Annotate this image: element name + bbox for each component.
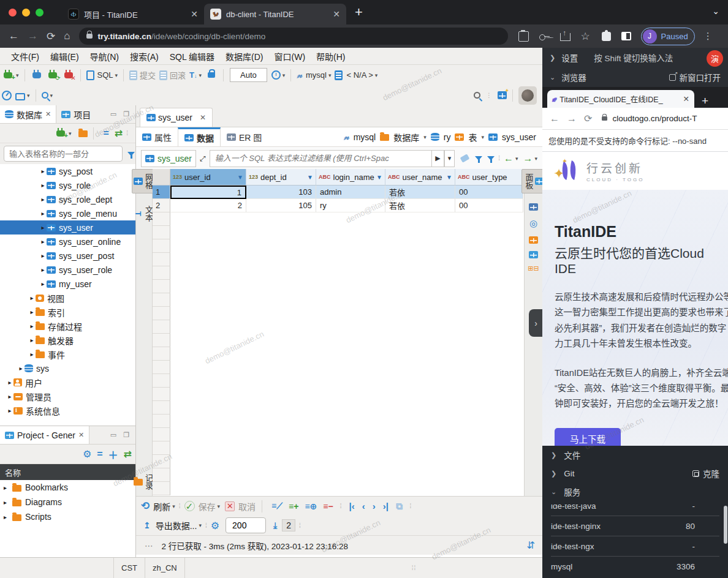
- new-sql-editor-button[interactable]: SQL▾: [86, 70, 118, 80]
- expand-arrow-icon[interactable]: ▸: [6, 379, 13, 386]
- search-tool-icon[interactable]: ▾: [42, 92, 53, 99]
- schema-list-icon[interactable]: [335, 70, 343, 80]
- close-window-button[interactable]: [9, 9, 17, 17]
- menu-item[interactable]: 文件(F): [11, 50, 39, 62]
- service-row-ide-test-java[interactable]: ide-test-java-: [551, 505, 719, 516]
- cell-login_name[interactable]: ry: [316, 199, 385, 212]
- profile-paused-badge[interactable]: J Paused: [641, 28, 695, 45]
- expand-arrow-icon[interactable]: ▸: [39, 182, 47, 189]
- add-row-icon[interactable]: ≡+: [289, 501, 298, 511]
- expand-arrow-icon[interactable]: ▸: [39, 196, 47, 203]
- files-section[interactable]: ❯ 文件: [542, 446, 728, 464]
- open-new-window-button[interactable]: 新窗口打开: [669, 71, 721, 83]
- reconnect-button[interactable]: ⟳: [47, 72, 59, 78]
- aggregate-icon[interactable]: ⊞⊟: [528, 265, 539, 272]
- next-row-icon[interactable]: ›: [373, 501, 376, 511]
- project-item-Bookmarks[interactable]: ▸Bookmarks: [0, 480, 135, 495]
- table-row[interactable]: 22105ry若依00: [153, 199, 524, 212]
- cell-user_id[interactable]: 1: [170, 186, 246, 199]
- tree-item-sys_user_post[interactable]: ▸sys_user_post: [0, 249, 135, 263]
- more-options-icon[interactable]: ⁞: [126, 130, 128, 137]
- tab-data[interactable]: 数据: [178, 127, 221, 146]
- settings-gear-icon[interactable]: ⚙: [211, 520, 219, 531]
- expand-arrow-icon[interactable]: ▸: [28, 323, 36, 329]
- breadcrumb-table-label[interactable]: 表: [468, 131, 477, 143]
- column-header-user_id[interactable]: 123user_id▼: [170, 169, 246, 186]
- sync-icon[interactable]: ⇄: [124, 448, 132, 460]
- browser-section[interactable]: ⌄ 浏览器 新窗口打开: [542, 67, 728, 87]
- column-header-user_name[interactable]: ABCuser_name▼: [385, 169, 455, 186]
- cell-dept_id[interactable]: 103: [246, 186, 316, 199]
- tree-item-管理员[interactable]: ▸管理员: [0, 389, 135, 403]
- expand-arrow-icon[interactable]: ▸: [39, 168, 47, 175]
- expand-arrow-icon[interactable]: ▸: [4, 514, 12, 520]
- refresh-icon[interactable]: ⟲: [141, 500, 150, 512]
- expand-arrow-icon[interactable]: ▸: [28, 351, 36, 358]
- commit-mode-select[interactable]: Auto: [230, 68, 267, 82]
- filter-history-icon[interactable]: ▾: [444, 150, 455, 167]
- table-filter-input[interactable]: [4, 146, 123, 162]
- new-tab-button[interactable]: +: [702, 94, 708, 108]
- save-button[interactable]: 保存: [199, 500, 216, 512]
- calc-panel-icon[interactable]: [529, 236, 538, 244]
- layout-icon[interactable]: [529, 251, 538, 258]
- commit-button[interactable]: 提交: [129, 69, 156, 81]
- service-row-mysql[interactable]: mysql3306: [551, 557, 719, 577]
- menu-item[interactable]: 导航(N): [90, 50, 119, 62]
- tab-project[interactable]: 项目: [56, 105, 99, 123]
- export-icon[interactable]: ↥: [143, 520, 151, 530]
- expand-arrow-icon[interactable]: ▸: [28, 337, 36, 343]
- settings-section[interactable]: ❯ 设置 按 Shift 键切换输入法: [542, 48, 728, 67]
- expand-filter-icon[interactable]: ⤢: [200, 154, 206, 163]
- duplicate-row-icon[interactable]: ≡⊕: [305, 501, 317, 511]
- tree-item-sys_user[interactable]: ▸sys_user: [0, 220, 135, 235]
- side-panel-icon[interactable]: [621, 32, 631, 40]
- cell-dept_id[interactable]: 105: [246, 199, 316, 212]
- service-row-ide-test-nginx[interactable]: ide-test-nginx80: [551, 516, 719, 536]
- scrollbar-thumb[interactable]: [724, 506, 727, 544]
- cell-user_id[interactable]: 2: [170, 199, 246, 212]
- menu-item[interactable]: 搜索(A): [130, 50, 159, 62]
- sort-filter-icon[interactable]: ▼: [376, 174, 382, 181]
- bookmark-star-icon[interactable]: [581, 31, 591, 42]
- breadcrumb-db-label[interactable]: 数据库: [393, 131, 419, 143]
- connection-select[interactable]: mysql▾: [306, 70, 331, 80]
- cell-login_name[interactable]: admin: [316, 186, 385, 199]
- git-clone-button[interactable]: 克隆: [692, 467, 719, 479]
- cell-user_name[interactable]: 若依: [385, 199, 455, 212]
- data-grid[interactable]: 123user_id▼123dept_id▼ABClogin_name▼ABCu…: [153, 169, 524, 496]
- clipboard-icon[interactable]: [518, 31, 529, 42]
- tree-item-系统信息[interactable]: ▸系统信息: [0, 403, 135, 418]
- connect-button[interactable]: [31, 72, 43, 78]
- new-connection-button[interactable]: +▾: [2, 72, 19, 78]
- tab-project-general[interactable]: Project - Gener ✕: [0, 426, 89, 444]
- project-item-Scripts[interactable]: ▸Scripts: [0, 509, 135, 524]
- panel-collapse-handle[interactable]: ›: [529, 309, 543, 337]
- sync-icon[interactable]: ⇄: [115, 127, 123, 139]
- tree-item-索引[interactable]: ▸索引: [0, 305, 135, 319]
- apply-filter-icon[interactable]: ▶: [431, 150, 444, 167]
- back-result-icon[interactable]: ←: [504, 153, 514, 164]
- tree-item-my_user[interactable]: ▸my_user: [0, 277, 135, 291]
- minimize-window-button[interactable]: [22, 9, 30, 17]
- filter-icon[interactable]: [487, 156, 495, 160]
- tree-item-视图[interactable]: ▸视图: [0, 291, 135, 305]
- close-icon[interactable]: ✕: [200, 113, 206, 122]
- expand-all-icon[interactable]: ＋: [108, 447, 118, 462]
- result-table-chip[interactable]: sys_user: [141, 150, 196, 167]
- tab-er-diagram[interactable]: ER 图: [221, 127, 268, 146]
- cell-user_type[interactable]: 00: [455, 199, 523, 212]
- first-row-icon[interactable]: |‹: [349, 501, 354, 511]
- dashboard-gauge-icon[interactable]: [2, 91, 12, 100]
- column-header-login_name[interactable]: ABClogin_name▼: [316, 169, 385, 186]
- browser-tab-project[interactable]: ‹t› 项目 - TitanIDE ✕: [62, 4, 204, 24]
- tree-item-sys_role[interactable]: ▸sys_role: [0, 178, 135, 192]
- lock-icon[interactable]: [205, 72, 218, 78]
- row-number[interactable]: 2: [153, 199, 170, 212]
- expand-arrow-icon[interactable]: ▸: [28, 295, 36, 301]
- more-icon[interactable]: ⋯: [145, 541, 153, 550]
- service-row-ide-test-ngx[interactable]: ide-test-ngx-: [551, 536, 719, 557]
- table-row[interactable]: 11103admin若依00: [153, 186, 524, 199]
- extensions-icon[interactable]: [602, 32, 611, 41]
- git-section[interactable]: ❯ Git 克隆: [542, 464, 728, 482]
